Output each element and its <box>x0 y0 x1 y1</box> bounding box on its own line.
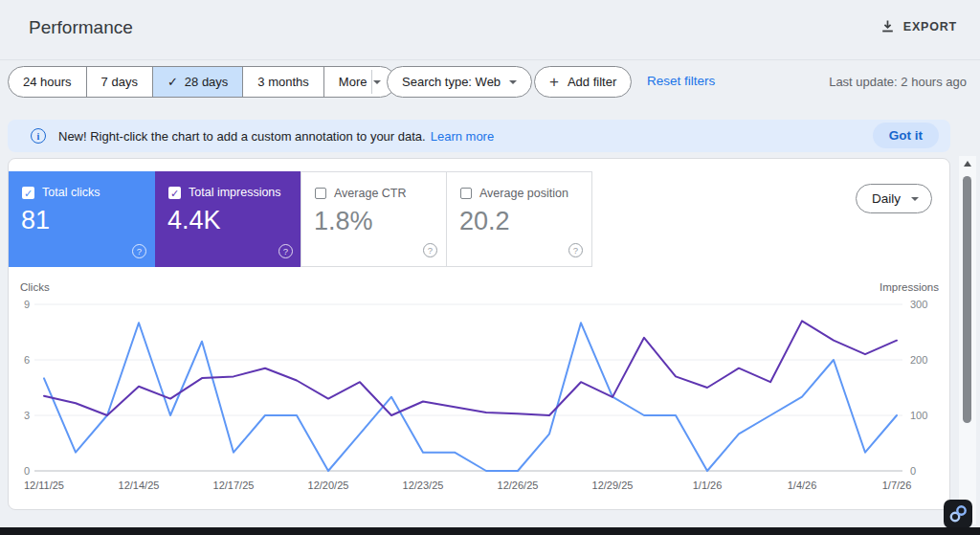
svg-text:12/14/25: 12/14/25 <box>119 479 160 491</box>
metric-tiles: Total clicks 81 Total impressions 4.4K A… <box>9 171 592 267</box>
svg-text:12/20/25: 12/20/25 <box>308 479 349 491</box>
average-position-value: 20.2 <box>459 207 510 236</box>
header-divider <box>0 59 980 60</box>
last-update-text: Last update: 2 hours ago <box>829 75 967 89</box>
banner-text: New! Right-click the chart to add a cust… <box>58 129 426 144</box>
svg-text:300: 300 <box>910 299 927 310</box>
help-icon[interactable] <box>423 243 437 257</box>
svg-text:12/23/25: 12/23/25 <box>403 479 444 491</box>
chevron-down-icon <box>373 80 381 84</box>
range-28-days-selected[interactable]: 28 days <box>153 67 243 97</box>
total-clicks-value: 81 <box>21 206 50 235</box>
svg-text:0: 0 <box>910 465 916 477</box>
tile-average-ctr[interactable]: Average CTR 1.8% <box>301 171 447 267</box>
info-icon <box>31 128 46 144</box>
checkbox-checked-icon[interactable] <box>168 187 181 199</box>
range-more-menu[interactable]: More <box>324 67 396 97</box>
svg-text:3: 3 <box>24 410 30 421</box>
help-icon[interactable] <box>568 243 583 257</box>
scrollbar <box>959 156 976 524</box>
range-7-days[interactable]: 7 days <box>87 67 153 97</box>
svg-text:100: 100 <box>910 410 927 421</box>
svg-text:1/1/26: 1/1/26 <box>693 479 723 491</box>
reset-filters-link[interactable]: Reset filters <box>647 74 715 88</box>
checkbox-empty-icon[interactable] <box>315 188 326 199</box>
tile-average-position[interactable]: Average position 20.2 <box>446 171 592 267</box>
chevron-down-icon <box>509 80 517 84</box>
help-icon[interactable] <box>278 244 293 258</box>
range-3-months[interactable]: 3 months <box>243 67 323 97</box>
checkbox-checked-icon[interactable] <box>22 187 34 199</box>
annotation-banner: New! Right-click the chart to add a cust… <box>8 120 950 152</box>
svg-text:9: 9 <box>24 299 30 310</box>
search-type-dropdown[interactable]: Search type: Web <box>387 66 532 98</box>
svg-text:0: 0 <box>24 465 30 477</box>
link-extension-button[interactable] <box>944 500 972 528</box>
plus-icon <box>549 74 559 90</box>
export-button[interactable]: EXPORT <box>880 19 957 33</box>
svg-text:1/7/26: 1/7/26 <box>882 479 912 491</box>
add-filter-button[interactable]: Add filter <box>534 66 632 98</box>
help-icon[interactable] <box>132 244 146 258</box>
svg-text:1/4/26: 1/4/26 <box>788 479 817 491</box>
filter-divider <box>371 70 372 94</box>
total-impressions-value: 4.4K <box>167 206 221 235</box>
tile-total-clicks[interactable]: Total clicks 81 <box>9 171 155 267</box>
chain-link-icon <box>946 502 970 526</box>
svg-text:Impressions: Impressions <box>880 281 939 293</box>
svg-text:200: 200 <box>910 354 927 366</box>
svg-text:12/26/25: 12/26/25 <box>498 479 539 491</box>
performance-card: Total clicks 81 Total impressions 4.4K A… <box>8 158 950 510</box>
performance-chart[interactable]: 00310062009300ClicksImpressions12/11/251… <box>9 281 951 509</box>
svg-text:12/11/25: 12/11/25 <box>24 479 64 491</box>
svg-text:12/17/25: 12/17/25 <box>213 479 255 491</box>
tile-total-impressions[interactable]: Total impressions 4.4K <box>155 171 301 267</box>
check-icon <box>167 75 178 89</box>
granularity-dropdown[interactable]: Daily <box>856 184 932 213</box>
svg-text:6: 6 <box>24 354 30 366</box>
page-title: Performance <box>29 17 133 38</box>
scrollbar-thumb[interactable] <box>963 176 971 423</box>
got-it-button[interactable]: Got it <box>873 123 939 148</box>
download-icon <box>880 19 895 33</box>
date-range-selector: 24 hours 7 days 28 days 3 months More <box>8 66 396 98</box>
chevron-down-icon <box>911 197 919 201</box>
average-ctr-value: 1.8% <box>314 207 373 236</box>
learn-more-link[interactable]: Learn more <box>431 129 494 144</box>
svg-text:Clicks: Clicks <box>20 281 50 293</box>
svg-text:12/29/25: 12/29/25 <box>592 479 634 491</box>
scrollbar-up-arrow-icon[interactable] <box>964 161 971 167</box>
range-24-hours[interactable]: 24 hours <box>9 67 87 97</box>
export-label: EXPORT <box>903 20 957 33</box>
bottom-edge-bar <box>0 527 980 535</box>
checkbox-empty-icon[interactable] <box>460 188 472 199</box>
